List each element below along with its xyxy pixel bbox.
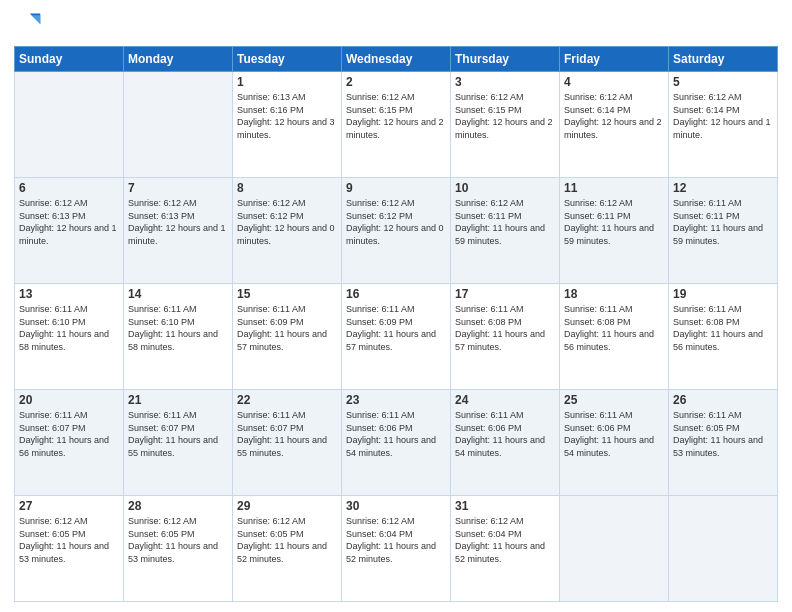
calendar-cell: 29Sunrise: 6:12 AM Sunset: 6:05 PM Dayli… [233,496,342,602]
page: SundayMondayTuesdayWednesdayThursdayFrid… [0,0,792,612]
cell-sun-info: Sunrise: 6:11 AM Sunset: 6:07 PM Dayligh… [237,409,337,459]
calendar-week-row: 13Sunrise: 6:11 AM Sunset: 6:10 PM Dayli… [15,284,778,390]
calendar-cell [560,496,669,602]
cell-sun-info: Sunrise: 6:11 AM Sunset: 6:08 PM Dayligh… [564,303,664,353]
calendar-cell: 7Sunrise: 6:12 AM Sunset: 6:13 PM Daylig… [124,178,233,284]
day-number: 14 [128,287,228,301]
weekday-header: Wednesday [342,47,451,72]
logo-icon [14,10,42,38]
day-number: 26 [673,393,773,407]
cell-sun-info: Sunrise: 6:11 AM Sunset: 6:09 PM Dayligh… [346,303,446,353]
cell-sun-info: Sunrise: 6:12 AM Sunset: 6:11 PM Dayligh… [455,197,555,247]
day-number: 4 [564,75,664,89]
calendar-cell: 31Sunrise: 6:12 AM Sunset: 6:04 PM Dayli… [451,496,560,602]
day-number: 23 [346,393,446,407]
day-number: 9 [346,181,446,195]
cell-sun-info: Sunrise: 6:11 AM Sunset: 6:08 PM Dayligh… [455,303,555,353]
svg-marker-1 [32,15,41,24]
weekday-header: Sunday [15,47,124,72]
calendar-cell: 3Sunrise: 6:12 AM Sunset: 6:15 PM Daylig… [451,72,560,178]
day-number: 7 [128,181,228,195]
calendar-cell: 19Sunrise: 6:11 AM Sunset: 6:08 PM Dayli… [669,284,778,390]
day-number: 12 [673,181,773,195]
cell-sun-info: Sunrise: 6:12 AM Sunset: 6:15 PM Dayligh… [455,91,555,141]
day-number: 25 [564,393,664,407]
day-number: 18 [564,287,664,301]
calendar-cell: 24Sunrise: 6:11 AM Sunset: 6:06 PM Dayli… [451,390,560,496]
cell-sun-info: Sunrise: 6:11 AM Sunset: 6:06 PM Dayligh… [455,409,555,459]
calendar-cell [124,72,233,178]
cell-sun-info: Sunrise: 6:12 AM Sunset: 6:12 PM Dayligh… [237,197,337,247]
weekday-header: Friday [560,47,669,72]
calendar-cell: 13Sunrise: 6:11 AM Sunset: 6:10 PM Dayli… [15,284,124,390]
day-number: 29 [237,499,337,513]
calendar-cell: 30Sunrise: 6:12 AM Sunset: 6:04 PM Dayli… [342,496,451,602]
calendar-cell: 6Sunrise: 6:12 AM Sunset: 6:13 PM Daylig… [15,178,124,284]
cell-sun-info: Sunrise: 6:11 AM Sunset: 6:06 PM Dayligh… [346,409,446,459]
calendar-cell: 20Sunrise: 6:11 AM Sunset: 6:07 PM Dayli… [15,390,124,496]
calendar-cell: 4Sunrise: 6:12 AM Sunset: 6:14 PM Daylig… [560,72,669,178]
cell-sun-info: Sunrise: 6:12 AM Sunset: 6:04 PM Dayligh… [455,515,555,565]
calendar-cell: 26Sunrise: 6:11 AM Sunset: 6:05 PM Dayli… [669,390,778,496]
calendar-cell: 16Sunrise: 6:11 AM Sunset: 6:09 PM Dayli… [342,284,451,390]
calendar-cell: 27Sunrise: 6:12 AM Sunset: 6:05 PM Dayli… [15,496,124,602]
calendar-week-row: 6Sunrise: 6:12 AM Sunset: 6:13 PM Daylig… [15,178,778,284]
calendar-cell: 21Sunrise: 6:11 AM Sunset: 6:07 PM Dayli… [124,390,233,496]
cell-sun-info: Sunrise: 6:11 AM Sunset: 6:07 PM Dayligh… [19,409,119,459]
weekday-header: Tuesday [233,47,342,72]
cell-sun-info: Sunrise: 6:13 AM Sunset: 6:16 PM Dayligh… [237,91,337,141]
cell-sun-info: Sunrise: 6:11 AM Sunset: 6:11 PM Dayligh… [673,197,773,247]
cell-sun-info: Sunrise: 6:12 AM Sunset: 6:12 PM Dayligh… [346,197,446,247]
logo [14,10,44,38]
day-number: 6 [19,181,119,195]
calendar-week-row: 1Sunrise: 6:13 AM Sunset: 6:16 PM Daylig… [15,72,778,178]
calendar-cell [669,496,778,602]
day-number: 15 [237,287,337,301]
weekday-header-row: SundayMondayTuesdayWednesdayThursdayFrid… [15,47,778,72]
calendar-cell: 2Sunrise: 6:12 AM Sunset: 6:15 PM Daylig… [342,72,451,178]
calendar-cell: 22Sunrise: 6:11 AM Sunset: 6:07 PM Dayli… [233,390,342,496]
calendar-cell [15,72,124,178]
cell-sun-info: Sunrise: 6:11 AM Sunset: 6:10 PM Dayligh… [128,303,228,353]
cell-sun-info: Sunrise: 6:12 AM Sunset: 6:13 PM Dayligh… [19,197,119,247]
day-number: 30 [346,499,446,513]
day-number: 13 [19,287,119,301]
cell-sun-info: Sunrise: 6:12 AM Sunset: 6:04 PM Dayligh… [346,515,446,565]
header [14,10,778,38]
day-number: 22 [237,393,337,407]
calendar-cell: 23Sunrise: 6:11 AM Sunset: 6:06 PM Dayli… [342,390,451,496]
calendar-cell: 15Sunrise: 6:11 AM Sunset: 6:09 PM Dayli… [233,284,342,390]
cell-sun-info: Sunrise: 6:11 AM Sunset: 6:09 PM Dayligh… [237,303,337,353]
cell-sun-info: Sunrise: 6:12 AM Sunset: 6:11 PM Dayligh… [564,197,664,247]
day-number: 2 [346,75,446,89]
day-number: 1 [237,75,337,89]
day-number: 24 [455,393,555,407]
calendar-cell: 8Sunrise: 6:12 AM Sunset: 6:12 PM Daylig… [233,178,342,284]
weekday-header: Saturday [669,47,778,72]
calendar-cell: 14Sunrise: 6:11 AM Sunset: 6:10 PM Dayli… [124,284,233,390]
cell-sun-info: Sunrise: 6:11 AM Sunset: 6:10 PM Dayligh… [19,303,119,353]
calendar-week-row: 20Sunrise: 6:11 AM Sunset: 6:07 PM Dayli… [15,390,778,496]
day-number: 16 [346,287,446,301]
calendar-cell: 1Sunrise: 6:13 AM Sunset: 6:16 PM Daylig… [233,72,342,178]
calendar-cell: 11Sunrise: 6:12 AM Sunset: 6:11 PM Dayli… [560,178,669,284]
cell-sun-info: Sunrise: 6:12 AM Sunset: 6:15 PM Dayligh… [346,91,446,141]
calendar-week-row: 27Sunrise: 6:12 AM Sunset: 6:05 PM Dayli… [15,496,778,602]
calendar-cell: 17Sunrise: 6:11 AM Sunset: 6:08 PM Dayli… [451,284,560,390]
calendar: SundayMondayTuesdayWednesdayThursdayFrid… [14,46,778,602]
cell-sun-info: Sunrise: 6:12 AM Sunset: 6:05 PM Dayligh… [128,515,228,565]
weekday-header: Thursday [451,47,560,72]
day-number: 21 [128,393,228,407]
day-number: 17 [455,287,555,301]
day-number: 8 [237,181,337,195]
calendar-cell: 18Sunrise: 6:11 AM Sunset: 6:08 PM Dayli… [560,284,669,390]
calendar-cell: 10Sunrise: 6:12 AM Sunset: 6:11 PM Dayli… [451,178,560,284]
day-number: 20 [19,393,119,407]
weekday-header: Monday [124,47,233,72]
cell-sun-info: Sunrise: 6:12 AM Sunset: 6:05 PM Dayligh… [237,515,337,565]
day-number: 5 [673,75,773,89]
day-number: 19 [673,287,773,301]
cell-sun-info: Sunrise: 6:12 AM Sunset: 6:14 PM Dayligh… [673,91,773,141]
cell-sun-info: Sunrise: 6:11 AM Sunset: 6:08 PM Dayligh… [673,303,773,353]
cell-sun-info: Sunrise: 6:11 AM Sunset: 6:07 PM Dayligh… [128,409,228,459]
